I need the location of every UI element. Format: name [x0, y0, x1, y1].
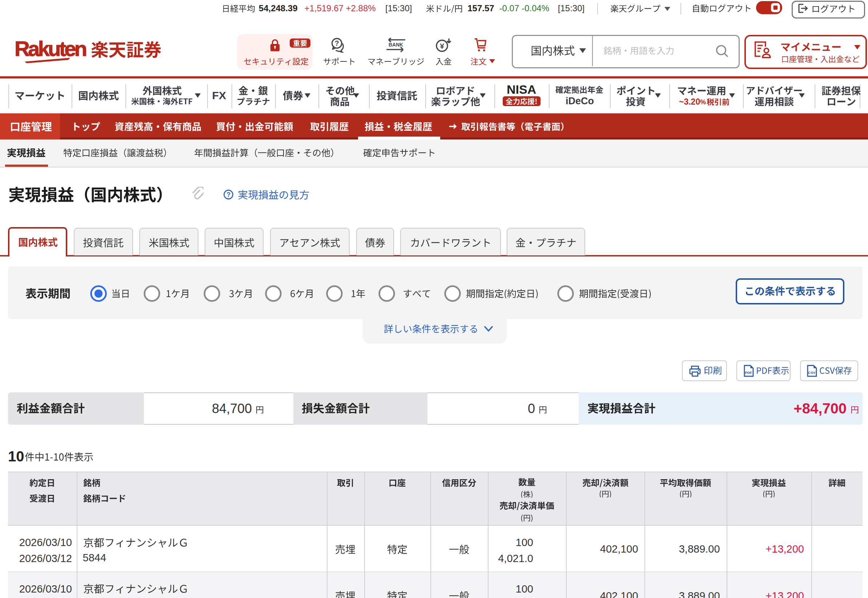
svg-text:BANK: BANK	[389, 42, 403, 48]
svg-text:¥: ¥	[440, 42, 444, 50]
svg-text:PDF: PDF	[745, 371, 752, 375]
svg-text:?: ?	[335, 39, 339, 47]
svg-text:?: ?	[227, 191, 231, 198]
svg-text:CSV: CSV	[808, 371, 816, 375]
